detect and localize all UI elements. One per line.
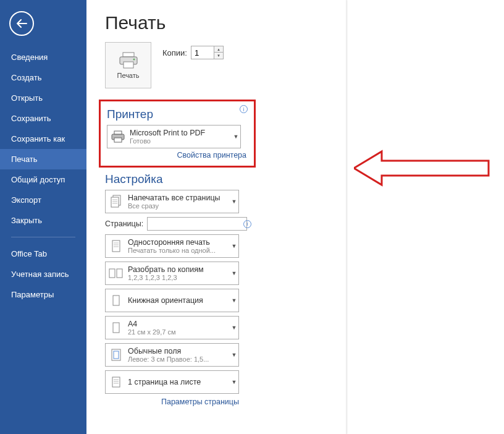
copies-label: Копии: — [162, 48, 187, 57]
printer-status: Готово — [130, 137, 230, 145]
paper-size-select[interactable]: A4 21 см x 29,7 см ▼ — [105, 316, 239, 339]
settings-heading: Настройка — [105, 172, 253, 186]
printer-select[interactable]: Microsoft Print to PDF Готово ▼ — [107, 125, 241, 148]
chevron-down-icon: ▼ — [230, 297, 238, 304]
paper-label: A4 — [128, 320, 229, 328]
duplex-sub: Печатать только на одной... — [128, 247, 229, 254]
page-per-sheet-icon — [111, 375, 122, 389]
chevron-down-icon: ▼ — [230, 243, 238, 249]
printer-section: i Принтер Microsoft Print to PDF Готово … — [99, 100, 256, 168]
pages-label: Страницы: — [105, 219, 143, 228]
svg-rect-5 — [114, 131, 122, 134]
chevron-down-icon: ▼ — [232, 134, 240, 140]
paper-sub: 21 см x 29,7 см — [128, 328, 229, 336]
chevron-down-icon: ▼ — [230, 379, 238, 385]
ppsheet-label: 1 страница на листе — [128, 378, 229, 386]
nav-new[interactable]: Создать — [0, 67, 86, 88]
annotation-arrow — [354, 148, 496, 189]
svg-rect-8 — [111, 197, 119, 207]
margins-select[interactable]: Обычные поля Левое: 3 см Правое: 1,5... … — [105, 343, 239, 367]
svg-rect-18 — [113, 296, 119, 305]
margins-icon — [111, 348, 122, 362]
collate-sub: 1,2,3 1,2,3 1,2,3 — [128, 274, 229, 281]
copies-input[interactable] — [191, 46, 214, 59]
sidebar: Сведения Создать Открыть Сохранить Сохра… — [0, 0, 86, 434]
nav-office-tab[interactable]: Office Tab — [0, 244, 86, 264]
nav-close[interactable]: Закрыть — [0, 210, 86, 231]
copies-stepper[interactable]: ▲ ▼ — [191, 46, 224, 59]
svg-rect-12 — [112, 240, 120, 252]
chevron-down-icon: ▼ — [230, 325, 238, 331]
portrait-icon — [111, 294, 121, 307]
pages-info-icon[interactable]: i — [243, 220, 251, 228]
page-title: Печать — [105, 12, 253, 33]
chevron-down-icon: ▼ — [230, 198, 238, 205]
printer-device-icon — [110, 130, 126, 143]
svg-rect-0 — [123, 53, 134, 57]
collate-select[interactable]: Разобрать по копиям 1,2,3 1,2,3 1,2,3 ▼ — [105, 262, 239, 285]
svg-rect-19 — [113, 323, 119, 333]
chevron-down-icon: ▼ — [230, 352, 238, 358]
preview-divider — [346, 0, 346, 434]
duplex-select[interactable]: Односторонняя печать Печатать только на … — [105, 234, 239, 258]
print-range-sub: Все сразу — [128, 202, 229, 210]
print-button[interactable]: Печать — [105, 42, 151, 88]
paper-icon — [111, 321, 121, 334]
nav-share[interactable]: Общий доступ — [0, 169, 86, 190]
print-button-label: Печать — [117, 72, 139, 79]
margins-label: Обычные поля — [128, 347, 229, 355]
back-button[interactable] — [9, 11, 34, 36]
printer-icon — [118, 51, 139, 70]
nav-print[interactable]: Печать — [0, 149, 86, 169]
pages-per-sheet-select[interactable]: 1 страница на листе ▼ — [105, 370, 239, 394]
nav-options[interactable]: Параметры — [0, 284, 86, 305]
document-stack-icon — [109, 194, 123, 209]
collate-label: Разобрать по копиям — [128, 265, 229, 274]
collate-icon — [108, 266, 124, 280]
nav-info[interactable]: Сведения — [0, 47, 86, 67]
chevron-down-icon: ▼ — [230, 270, 238, 276]
print-range-label: Напечатать все страницы — [128, 194, 229, 202]
page-setup-link[interactable]: Параметры страницы — [105, 398, 239, 406]
nav-account[interactable]: Учетная запись — [0, 264, 86, 284]
nav-save[interactable]: Сохранить — [0, 108, 86, 129]
nav-save-as[interactable]: Сохранить как — [0, 129, 86, 149]
printer-properties-link[interactable]: Свойства принтера — [107, 151, 246, 160]
svg-rect-16 — [109, 269, 115, 278]
main-panel: Печать Печать Копии: ▲ ▼ — [86, 0, 504, 434]
svg-rect-2 — [124, 62, 133, 68]
printer-name: Microsoft Print to PDF — [130, 129, 230, 137]
page-single-icon — [111, 239, 122, 253]
copies-down[interactable]: ▼ — [214, 53, 223, 59]
duplex-label: Односторонняя печать — [128, 238, 229, 247]
orientation-label: Книжная ориентация — [128, 296, 229, 305]
print-range-select[interactable]: Напечатать все страницы Все сразу ▼ — [105, 190, 239, 213]
svg-point-3 — [133, 59, 135, 61]
settings-section: Настройка Напечатать все страницы Все ср… — [105, 172, 253, 406]
svg-rect-6 — [114, 138, 122, 142]
copies-up[interactable]: ▲ — [214, 46, 223, 53]
margins-sub: Левое: 3 см Правое: 1,5... — [128, 355, 229, 363]
nav-export[interactable]: Экспорт — [0, 190, 86, 210]
nav-open[interactable]: Открыть — [0, 88, 86, 108]
back-arrow-icon — [16, 19, 27, 28]
printer-heading: Принтер — [107, 108, 246, 121]
svg-rect-17 — [117, 269, 122, 278]
printer-info-icon[interactable]: i — [240, 105, 248, 113]
orientation-select[interactable]: Книжная ориентация ▼ — [105, 289, 239, 312]
svg-rect-22 — [112, 377, 120, 387]
pages-input[interactable] — [147, 217, 247, 231]
sidebar-divider — [11, 237, 75, 237]
